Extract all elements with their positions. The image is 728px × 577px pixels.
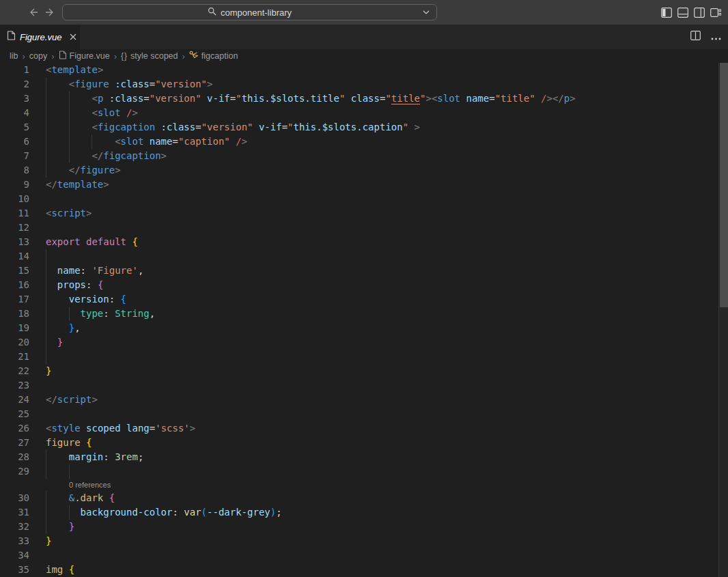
code-line[interactable]: 27figure { <box>0 436 728 450</box>
code-line[interactable]: 35img { <box>0 563 728 577</box>
line-number: 14 <box>0 249 29 264</box>
code-line[interactable]: 32 } <box>0 520 728 534</box>
line-number: 15 <box>0 264 29 278</box>
tab-bar: Figure.vue <box>0 25 728 49</box>
file-icon <box>7 31 16 43</box>
breadcrumb-item-lib[interactable]: lib <box>10 51 18 61</box>
code-line[interactable]: 26<style scoped lang='scss'> <box>0 421 728 436</box>
code-line-content: img { <box>29 563 74 577</box>
codelens-row[interactable]: 0 references <box>0 479 728 491</box>
layout-sidebar-left-icon[interactable] <box>660 7 672 18</box>
line-number: 30 <box>0 491 29 505</box>
line-number: 20 <box>0 335 29 350</box>
scrollbar-track[interactable] <box>718 63 728 577</box>
code-line[interactable]: 3 <p :class="version" v-if="this.$slots.… <box>0 92 728 106</box>
more-actions-icon[interactable] <box>711 31 721 43</box>
code-line-content: }, <box>29 321 81 335</box>
breadcrumb-item-copy[interactable]: copy <box>29 51 47 61</box>
code-line-content: version: { <box>29 292 126 307</box>
customize-layout-icon[interactable] <box>710 7 721 18</box>
code-line-content: <p :class="version" v-if="this.$slots.ti… <box>29 92 576 106</box>
line-number: 27 <box>0 436 29 450</box>
line-number: 5 <box>0 120 29 135</box>
code-line[interactable]: 22} <box>0 364 728 378</box>
code-line[interactable]: 5 <figcaption :class="version" v-if="thi… <box>0 120 728 135</box>
code-line[interactable]: 25 <box>0 407 728 421</box>
line-number: 24 <box>0 393 29 407</box>
tab-close-icon[interactable] <box>70 33 76 40</box>
code-line[interactable]: 8 </figure> <box>0 163 728 178</box>
code-line[interactable]: 12 <box>0 221 728 235</box>
code-line[interactable]: 29 <box>0 464 728 479</box>
breadcrumb: lib › copy › Figure.vue › {} style scope… <box>0 49 728 63</box>
chevron-down-icon[interactable] <box>422 8 430 18</box>
code-line-content: } <box>29 534 51 548</box>
line-number: 18 <box>0 307 29 321</box>
code-line[interactable]: 24</script> <box>0 393 728 407</box>
code-line[interactable]: 34 <box>0 548 728 563</box>
code-line[interactable]: 1<template> <box>0 63 728 77</box>
code-line-content: type: String, <box>29 307 155 321</box>
scrollbar-thumb[interactable] <box>720 63 728 307</box>
code-line[interactable]: 16 props: { <box>0 278 728 292</box>
code-line[interactable]: 10 <box>0 192 728 206</box>
code-line-content: name: 'Figure', <box>29 264 143 278</box>
line-number: 10 <box>0 192 29 206</box>
code-line[interactable]: 15 name: 'Figure', <box>0 264 728 278</box>
code-line-content <box>29 350 57 364</box>
line-number: 28 <box>0 450 29 464</box>
code-line[interactable]: 20 } <box>0 335 728 350</box>
code-line[interactable]: 7 </figcaption> <box>0 149 728 163</box>
code-line-content: } <box>29 335 63 350</box>
code-line[interactable]: 9</template> <box>0 178 728 192</box>
code-line[interactable]: 31 background-color: var(--dark-grey); <box>0 505 728 520</box>
code-line[interactable]: 4 <slot /> <box>0 106 728 120</box>
code-line-content: </figcaption> <box>29 149 167 163</box>
code-line[interactable]: 23 <box>0 378 728 393</box>
file-icon <box>59 51 67 61</box>
code-line[interactable]: 14 <box>0 249 728 264</box>
command-center-search[interactable]: component-library <box>62 4 437 20</box>
code-line[interactable]: 19 }, <box>0 321 728 335</box>
code-line-content: } <box>29 520 74 534</box>
code-line[interactable]: 17 version: { <box>0 292 728 307</box>
breadcrumb-item-file[interactable]: Figure.vue <box>59 51 110 61</box>
line-number: 17 <box>0 292 29 307</box>
code-line-content: &.dark { <box>29 491 115 505</box>
code-editor[interactable]: 1<template>2 <figure :class="version">3 … <box>0 63 728 577</box>
tab-label: Figure.vue <box>20 32 61 42</box>
line-number: 29 <box>0 464 29 479</box>
code-line-content: <slot name="caption" /> <box>29 135 247 149</box>
back-button[interactable] <box>26 5 41 19</box>
code-line[interactable]: 11<script> <box>0 206 728 221</box>
code-line[interactable]: 6 <slot name="caption" /> <box>0 135 728 149</box>
code-area: 1<template>2 <figure :class="version">3 … <box>0 63 728 577</box>
forward-button[interactable] <box>42 5 57 19</box>
line-number: 33 <box>0 534 29 548</box>
breadcrumb-item-style[interactable]: {} style scoped <box>121 51 178 61</box>
code-line-content: <figcaption :class="version" v-if="this.… <box>29 120 420 135</box>
code-line-content: props: { <box>29 278 103 292</box>
layout-panel-icon[interactable] <box>677 7 688 18</box>
tab-figure-vue[interactable]: Figure.vue <box>0 25 80 49</box>
line-number: 35 <box>0 563 29 577</box>
breadcrumb-separator: › <box>182 51 185 61</box>
code-line[interactable]: 2 <figure :class="version"> <box>0 77 728 92</box>
codelens-references[interactable]: 0 references <box>29 479 111 491</box>
code-line[interactable]: 21 <box>0 350 728 364</box>
line-number: 22 <box>0 364 29 378</box>
line-number: 26 <box>0 421 29 436</box>
breadcrumb-separator: › <box>51 51 54 61</box>
layout-sidebar-right-icon[interactable] <box>693 7 705 18</box>
code-line-content <box>29 221 46 235</box>
breadcrumb-item-figcaption[interactable]: figcaption <box>189 51 238 61</box>
code-line-content <box>29 249 57 264</box>
code-line[interactable]: 28 margin: 3rem; <box>0 450 728 464</box>
code-line-content: <template> <box>29 63 103 77</box>
code-line[interactable]: 33} <box>0 534 728 548</box>
code-line[interactable]: 30 &.dark { <box>0 491 728 505</box>
code-line[interactable]: 18 type: String, <box>0 307 728 321</box>
split-editor-icon[interactable] <box>690 31 701 43</box>
line-number: 7 <box>0 149 29 163</box>
code-line[interactable]: 13export default { <box>0 235 728 249</box>
